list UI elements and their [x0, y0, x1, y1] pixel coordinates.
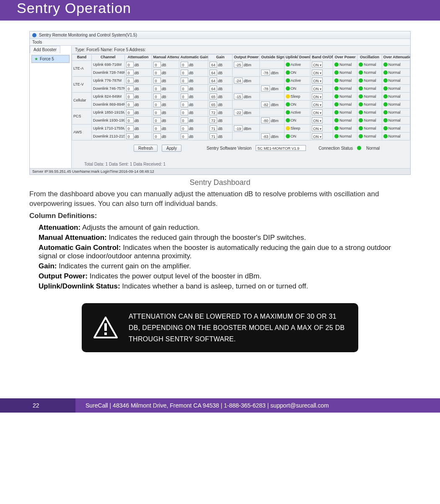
over-power-cell: Normal [333, 84, 357, 92]
band-onoff-select[interactable]: ON [312, 62, 323, 68]
band-onoff-select[interactable]: ON [312, 109, 323, 115]
output-power-cell: -15dBm [233, 92, 260, 100]
status-dot-icon [334, 86, 339, 91]
status-cell: Sleep [284, 124, 311, 132]
onoff-cell: ON [311, 68, 333, 76]
oss-cell [260, 76, 284, 84]
refresh-button[interactable]: Refresh [134, 145, 158, 152]
attenuation-input[interactable]: 0 [126, 70, 134, 75]
band-onoff-select[interactable]: ON [312, 133, 323, 139]
band-onoff-select[interactable]: ON [312, 125, 323, 131]
page-header: Sentry Operation [0, 0, 440, 21]
status-dot-icon [359, 126, 363, 130]
over-att-cell: Normal [382, 60, 410, 68]
band-onoff-select[interactable]: ON [312, 101, 323, 107]
attenuation-input[interactable]: 0 [126, 62, 134, 68]
status-dot-icon [359, 134, 363, 138]
manual-att-cell: 0dB [152, 116, 179, 124]
attenuation-input[interactable]: 0 [126, 94, 134, 99]
status-dot-icon [286, 102, 290, 107]
connection-value: Normal [366, 146, 380, 151]
status-cell: Sleep [284, 92, 311, 100]
output-power-cell: -22dBm [233, 108, 260, 116]
over-power-cell: Normal [333, 60, 357, 68]
status-dot-icon [334, 126, 339, 130]
attenuation-cell: 0dB [124, 92, 152, 100]
oss-cell [260, 124, 284, 132]
band-onoff-select[interactable]: ON [312, 70, 323, 75]
status-cell: ON [284, 68, 311, 76]
table-row: PCSUplink 1850-1915M0dB0dB0dB72dB-22dBmA… [72, 108, 410, 116]
oss-cell: -83dBm [260, 132, 284, 140]
output-power-cell [233, 116, 260, 124]
attenuation-input[interactable]: 0 [126, 78, 134, 83]
attenuation-input[interactable]: 0 [126, 133, 134, 139]
manual-att-cell: 0dB [152, 108, 179, 116]
status-dot-icon [383, 134, 388, 138]
attenuation-input[interactable]: 0 [126, 109, 134, 115]
tree-item-force5[interactable]: ★ Force 5 [31, 55, 70, 63]
over-att-cell: Normal [382, 132, 410, 140]
manual-att-cell: 0dB [152, 84, 179, 92]
channel-cell: Uplink 1710-1755M [92, 124, 124, 132]
intro-paragraph: From the dashboard above you can manuall… [29, 190, 411, 209]
output-power-cell: -19dBm [233, 124, 260, 132]
definition-item: Output Power: Indicates the power output… [39, 272, 411, 281]
status-dot-icon [286, 94, 290, 99]
attenuation-cell: 0dB [124, 60, 152, 68]
menu-tools[interactable]: Tools [32, 40, 42, 44]
version-value: SC ME1-MONITOR V1.9 [256, 145, 306, 151]
attenuation-input[interactable]: 0 [126, 125, 134, 131]
agc-cell: 0dB [179, 108, 208, 116]
onoff-cell: ON [311, 108, 333, 116]
definition-item: Gain: Indicates the current gain on the … [39, 262, 411, 270]
tree-item-label: Force 5 [40, 57, 54, 61]
agc-cell: 0dB [179, 116, 208, 124]
tab-add-booster[interactable]: Add Booster [30, 46, 60, 53]
table-row: AWSUplink 1710-1755M0dB0dB0dB71dB-19dBmS… [72, 124, 410, 132]
column-header: Manual Attenuation [152, 55, 179, 61]
menu-bar[interactable]: Tools [30, 39, 410, 46]
attenuation-input[interactable]: 0 [126, 101, 134, 107]
definition-item: Automatic Gain Control: Indicates when t… [39, 244, 411, 260]
apply-button[interactable]: Apply [162, 145, 181, 152]
band-onoff-select[interactable]: ON [312, 86, 323, 91]
attenuation-cell: 0dB [124, 116, 152, 124]
gain-cell: 71dB [208, 124, 233, 132]
band-onoff-select[interactable]: ON [312, 94, 323, 99]
status-dot-icon [286, 110, 290, 114]
attenuation-cell: 0dB [124, 132, 152, 140]
oscillation-cell: Normal [357, 132, 382, 140]
totals-line: Total Data: 1 Data Sent: 1 Data Received… [72, 153, 410, 168]
footer-info: SureCall | 48346 Milmont Drive, Fremont … [75, 398, 440, 413]
attenuation-input[interactable]: 0 [126, 117, 134, 123]
gain-cell: 72dB [208, 108, 233, 116]
status-dot-icon [334, 134, 339, 138]
status-dot-icon [334, 70, 339, 75]
warning-icon [93, 317, 118, 338]
over-att-cell: Normal [382, 124, 410, 132]
column-header: Oscillation [357, 55, 382, 61]
band-onoff-select[interactable]: ON [312, 117, 323, 123]
page-title: Sentry Operation [17, 0, 423, 16]
oss-cell: -80dBm [260, 116, 284, 124]
status-cell: Active [284, 76, 311, 84]
column-header: Attenuation [124, 55, 152, 61]
band-onoff-select[interactable]: ON [312, 78, 323, 83]
table-row: LTE-VUplink 776-787M0dB0dB0dB64dB-24dBmA… [72, 76, 410, 84]
connection-label: Connection Status [318, 146, 353, 151]
agc-cell: 0dB [179, 92, 208, 100]
definition-item: Uplink/Downlink Status: Indicates whethe… [39, 282, 411, 291]
onoff-cell: ON [311, 84, 333, 92]
oscillation-cell: Normal [357, 124, 382, 132]
band-cell: Cellular [72, 92, 92, 108]
sidebar: Add Booster ★ Force 5 [30, 46, 72, 168]
version-label: Sentry Software Version [207, 146, 251, 151]
over-att-cell: Normal [382, 116, 410, 124]
attenuation-input[interactable]: 0 [126, 86, 134, 91]
action-bar: Refresh Apply Sentry Software Version SC… [72, 140, 410, 153]
column-header: Band [72, 55, 92, 61]
channel-cell: Uplink 698-716M [92, 60, 124, 68]
oscillation-cell: Normal [357, 100, 382, 108]
oss-cell: -78dBm [260, 68, 284, 76]
